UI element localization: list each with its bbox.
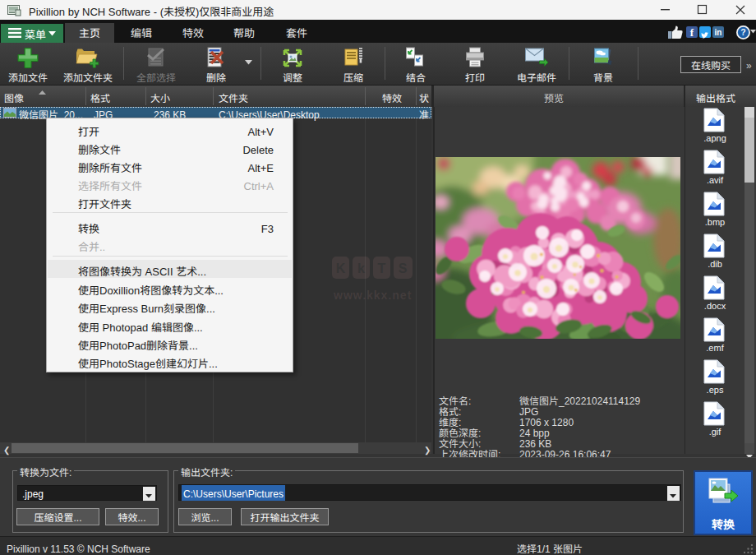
svg-text:K: K	[336, 261, 346, 275]
svg-text:k: k	[357, 261, 365, 275]
svg-text:T: T	[378, 261, 386, 275]
svg-text:?: ?	[740, 27, 745, 37]
svg-text:www.kkx.net: www.kkx.net	[333, 289, 412, 302]
svg-text:S: S	[399, 261, 408, 275]
